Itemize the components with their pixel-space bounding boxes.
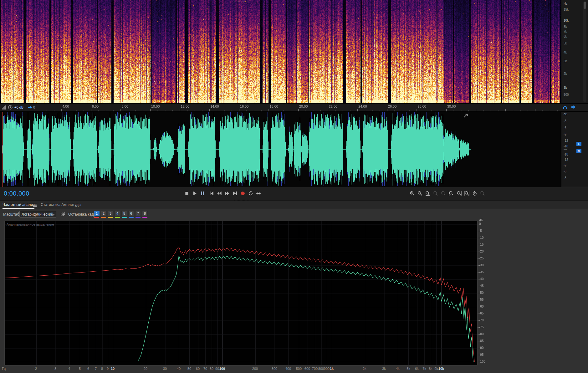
waveform-view[interactable] — [0, 112, 561, 187]
x-axis-tick-label: 4k — [396, 367, 400, 370]
tab-amplitude-statistics[interactable]: Статистика Амплитуды — [41, 201, 81, 209]
zoom-buttons — [0, 187, 588, 201]
frame-hold-button-8[interactable]: 8 — [142, 211, 148, 216]
tab-frequency-analysis[interactable]: Частотный анализ — [3, 201, 34, 209]
frequency-plot[interactable]: Анализированное выделение — [4, 221, 478, 365]
frame-hold-button-3[interactable]: 3 — [108, 211, 113, 216]
frequency-scale-label: 1k — [564, 86, 567, 89]
x-axis-tick-label: 7k — [422, 367, 426, 370]
gain-readout[interactable]: +0 dB — [14, 105, 23, 109]
chevron-down-icon — [50, 212, 55, 218]
db-tick-label: -80 — [479, 332, 483, 336]
zoom-full-icon — [425, 191, 430, 196]
db-tick-label: 0 — [479, 222, 481, 226]
timeline-time-label: 16:00 — [240, 105, 249, 108]
frame-hold-button-5[interactable]: 5 — [121, 211, 127, 216]
zoom-sel-icon — [433, 191, 438, 196]
x-axis-tick-label: 900 — [324, 367, 330, 370]
x-axis-tick-label: 700 — [312, 367, 318, 370]
zoom-full-button[interactable] — [424, 190, 431, 197]
db-tick-label: -75 — [479, 325, 483, 329]
scale-dropdown-value: Логарифмический — [22, 212, 53, 217]
zoom-sel-icon — [480, 191, 485, 196]
zoom-selection-edges-button[interactable] — [463, 190, 470, 197]
timeline-ruler-row: 4:006:008:0010:0012:0014:0016:0018:0020:… — [0, 103, 588, 112]
amplitude-scale-label: -∞ — [564, 147, 567, 151]
x-axis-tick-label: 300 — [272, 367, 277, 370]
db-tick-label: -5 — [479, 229, 482, 232]
x-axis-tick-label: 200 — [252, 367, 258, 370]
zoom-selection-button[interactable] — [432, 190, 439, 197]
channel-badge-R[interactable]: R — [576, 149, 581, 153]
x-axis-tick-label: 9 — [107, 367, 109, 370]
zoom-time-icon — [472, 191, 477, 196]
zoom-right-icon — [457, 191, 462, 196]
panel-tabs: Частотный анализ Статистика Амплитуды — [0, 201, 588, 209]
x-axis-tick-label: 80 — [210, 367, 213, 370]
time-format-button[interactable] — [7, 104, 14, 111]
zoom-in-left-edge-button[interactable] — [448, 190, 455, 197]
timeline-time-label: 26:00 — [388, 105, 397, 108]
menu-icon — [32, 203, 37, 208]
frame-hold-button-7[interactable]: 7 — [135, 211, 141, 216]
zoom-out-button[interactable] — [417, 190, 423, 197]
zoom-in-right-edge-button[interactable] — [456, 190, 463, 197]
frame-hold-color-swatch — [142, 217, 147, 218]
db-tick-label: -65 — [479, 312, 483, 315]
db-tick-mark — [478, 307, 479, 307]
timeline-ruler[interactable] — [0, 104, 561, 111]
plot-overlay-label: Анализированное выделение — [7, 222, 54, 226]
db-tick-mark — [478, 245, 479, 245]
panel-menu-button[interactable] — [31, 202, 38, 209]
frame-hold-button-4[interactable]: 4 — [115, 211, 120, 216]
chevron-down-icon — [50, 212, 55, 217]
x-axis-tick-label: 60 — [196, 367, 200, 370]
tab-label: Частотный анализ — [3, 202, 34, 207]
x-axis-tick-label: 8 — [101, 367, 103, 370]
panel-grip[interactable] — [234, 199, 248, 201]
db-tick-label: -30 — [479, 263, 483, 267]
frequency-scale-label: 2k — [564, 72, 567, 75]
vertical-zoom-scrollbar[interactable] — [583, 1, 586, 102]
frame-hold-button-1[interactable]: 1 — [94, 211, 100, 216]
spectrogram-view[interactable] — [0, 0, 561, 103]
zoom-in-button[interactable] — [409, 190, 416, 197]
x-axis-tick-label: 5k — [406, 367, 410, 370]
zoom-selection-full-button[interactable] — [440, 190, 447, 197]
output-button[interactable] — [570, 104, 577, 111]
corner-handle-button[interactable] — [462, 113, 469, 120]
monitor-button[interactable] — [562, 104, 569, 111]
frame-hold-button-6[interactable]: 6 — [128, 211, 134, 216]
zoom-sel2-icon — [441, 191, 446, 196]
panel-grip[interactable] — [234, 0, 248, 2]
frequency-curves — [5, 221, 477, 365]
frame-hold-color-swatch — [135, 217, 141, 218]
zoom-reset-button[interactable] — [479, 190, 486, 197]
scale-label: Масштаб: — [3, 212, 20, 217]
frequency-unit-label: Hz — [564, 2, 567, 5]
frequency-scale-label: 8k — [564, 25, 567, 28]
zoom-time-button[interactable] — [471, 190, 478, 197]
analysis-panel: Частотный анализ Статистика Амплитуды Ма… — [0, 201, 588, 373]
channel-badge-L[interactable]: L — [576, 142, 581, 146]
ruler-controls: +0 dB 0 — [0, 104, 40, 111]
scale-dropdown[interactable]: Логарифмический — [19, 211, 56, 217]
tab-label: Статистика Амплитуды — [41, 202, 81, 207]
x-axis-tick-label: 600 — [304, 367, 310, 370]
audio-editor: Hz 15k10k8k7k6k5k4k3k2k1k500 4:006:008:0… — [0, 0, 588, 373]
x-axis-tick-label: 10k — [438, 367, 444, 370]
db-tick-mark — [478, 265, 479, 266]
ruler-zero-label: 0 — [33, 105, 35, 109]
amplitude-unit-label: dB — [564, 112, 567, 116]
db-tick-mark — [478, 293, 479, 293]
db-tick-label: -10 — [479, 236, 483, 239]
amplitude-scale-label: -12 — [564, 158, 568, 161]
x-axis-tick-label: 10 — [111, 367, 115, 370]
levels-button[interactable] — [1, 104, 8, 111]
scrollbar-thumb[interactable] — [584, 2, 586, 9]
frame-hold-button-2[interactable]: 2 — [101, 211, 106, 216]
x-axis-tick-label: 1k — [330, 367, 334, 370]
db-tick-mark — [478, 334, 479, 335]
copy-frames-button[interactable] — [59, 211, 66, 218]
db-tick-label: -95 — [479, 353, 483, 356]
